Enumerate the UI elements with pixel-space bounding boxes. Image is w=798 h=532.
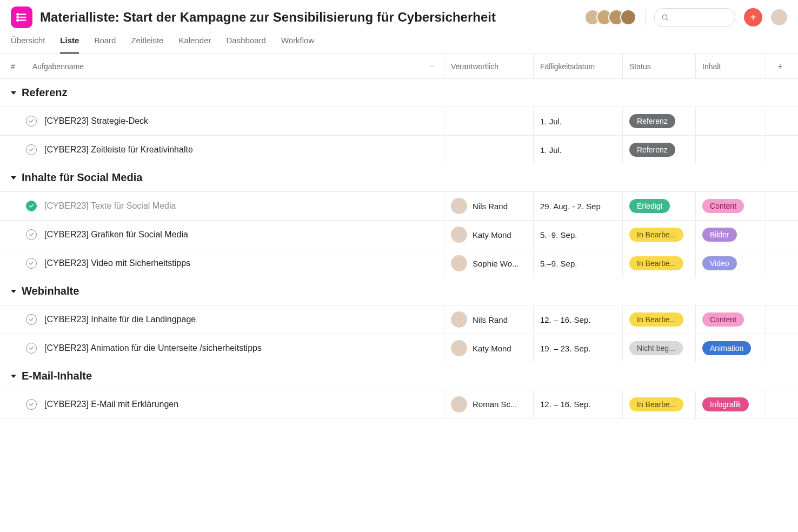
assignee-name: Katy Mond (473, 344, 511, 353)
complete-checkbox[interactable] (26, 144, 37, 155)
cell-assignee[interactable]: Sophie Wo... (444, 249, 533, 277)
cell-empty (766, 136, 787, 164)
cell-status[interactable]: Nicht beg... (622, 334, 695, 362)
cell-status[interactable]: In Bearbe... (622, 249, 695, 277)
cell-status[interactable]: Referenz (622, 107, 695, 135)
member-avatars[interactable] (589, 9, 636, 25)
cell-content-type[interactable]: Infografik (695, 390, 766, 418)
cell-due-date[interactable]: 1. Jul. (533, 136, 622, 164)
cell-content-type[interactable] (695, 107, 766, 135)
task-row[interactable]: [CYBER23] Video mit SicherheitstippsSoph… (0, 249, 798, 277)
cell-assignee[interactable]: Katy Mond (444, 334, 533, 362)
cell-status[interactable]: In Bearbe... (622, 221, 695, 249)
content-badge: Content (702, 312, 744, 327)
complete-checkbox[interactable] (26, 116, 37, 127)
tab-workflow[interactable]: Workflow (281, 36, 314, 54)
cell-assignee[interactable]: Roman Sc... (444, 390, 533, 418)
complete-checkbox[interactable] (26, 343, 37, 354)
cell-due-date[interactable]: 19. – 23. Sep. (533, 334, 622, 362)
cell-status[interactable]: In Bearbe... (622, 305, 695, 334)
task-row[interactable]: [CYBER23] E-Mail mit ErklärungenRoman Sc… (0, 390, 798, 418)
avatar (451, 311, 467, 328)
tab-board[interactable]: Board (94, 36, 116, 54)
task-row[interactable]: [CYBER23] Grafiken für Social MediaKaty … (0, 220, 798, 249)
search-input[interactable] (654, 8, 735, 26)
tab-übersicht[interactable]: Übersicht (11, 36, 45, 54)
cell-assignee[interactable] (444, 107, 533, 135)
task-row[interactable]: [CYBER23] Zeitleiste für Kreativinhalte1… (0, 135, 798, 164)
cell-content-type[interactable]: Content (695, 192, 766, 220)
collapse-icon[interactable] (11, 176, 16, 179)
due-date: 1. Jul. (540, 145, 562, 155)
column-due[interactable]: Fälligkeitsdatum (533, 54, 622, 78)
cell-empty (766, 249, 787, 277)
cell-assignee[interactable] (444, 136, 533, 164)
complete-checkbox[interactable] (26, 258, 37, 269)
cell-empty (766, 192, 787, 220)
collapse-icon[interactable] (11, 375, 16, 378)
complete-checkbox[interactable] (26, 229, 37, 240)
avatar (451, 340, 467, 356)
column-content[interactable]: Inhalt (695, 54, 766, 78)
task-row[interactable]: [CYBER23] Animation für die Unterseite /… (0, 334, 798, 362)
collapse-icon[interactable] (11, 91, 16, 95)
cell-due-date[interactable]: 5.–9. Sep. (533, 221, 622, 249)
task-row[interactable]: [CYBER23] Texte für Social MediaNils Ran… (0, 191, 798, 220)
cell-assignee[interactable]: Katy Mond (444, 221, 533, 249)
cell-due-date[interactable]: 12. – 16. Sep. (533, 390, 622, 418)
column-task-name[interactable]: Aufgabenname (22, 62, 444, 71)
section-header[interactable]: Inhalte für Social Media (0, 164, 798, 191)
column-status[interactable]: Status (622, 54, 695, 78)
task-name[interactable]: [CYBER23] Grafiken für Social Media (37, 230, 444, 240)
task-name[interactable]: [CYBER23] Zeitleiste für Kreativinhalte (37, 145, 444, 155)
task-row[interactable]: [CYBER23] Inhalte für die LandingpageNil… (0, 305, 798, 334)
assignee-name: Nils Rand (473, 315, 508, 324)
task-name[interactable]: [CYBER23] Animation für die Unterseite /… (37, 343, 444, 353)
cell-status[interactable]: In Bearbe... (622, 390, 695, 418)
cell-assignee[interactable]: Nils Rand (444, 192, 533, 220)
cell-due-date[interactable]: 1. Jul. (533, 107, 622, 135)
cell-status[interactable]: Erledigt (622, 192, 695, 220)
section-header[interactable]: Webinhalte (0, 277, 798, 305)
task-name[interactable]: [CYBER23] Inhalte für die Landingpage (37, 315, 444, 324)
avatar (451, 255, 467, 271)
section-title: Webinhalte (22, 285, 79, 297)
cell-content-type[interactable]: Animation (695, 334, 766, 362)
column-assignee[interactable]: Verantwortlich (444, 54, 533, 78)
tab-zeitleiste[interactable]: Zeitleiste (131, 36, 163, 54)
cell-content-type[interactable]: Bilder (695, 221, 766, 249)
cell-content-type[interactable]: Video (695, 249, 766, 277)
task-name[interactable]: [CYBER23] Video mit Sicherheitstipps (37, 258, 444, 268)
section-header[interactable]: E-Mail-Inhalte (0, 362, 798, 390)
header: Materialliste: Start der Kampagne zur Se… (0, 0, 798, 28)
cell-status[interactable]: Referenz (622, 136, 695, 164)
tab-liste[interactable]: Liste (60, 36, 79, 54)
user-avatar[interactable] (771, 9, 787, 25)
add-column-button[interactable] (766, 54, 787, 78)
section-title: E-Mail-Inhalte (22, 370, 92, 382)
collapse-icon[interactable] (11, 290, 16, 293)
cell-content-type[interactable] (695, 136, 766, 164)
task-name[interactable]: [CYBER23] E-Mail mit Erklärungen (37, 400, 444, 409)
section-title: Referenz (22, 87, 67, 99)
tab-kalender[interactable]: Kalender (178, 36, 211, 54)
due-date: 1. Jul. (540, 117, 562, 126)
cell-due-date[interactable]: 12. – 16. Sep. (533, 305, 622, 334)
cell-assignee[interactable]: Nils Rand (444, 305, 533, 334)
complete-checkbox[interactable] (26, 201, 37, 211)
task-row[interactable]: [CYBER23] Strategie-Deck1. Jul.Referenz (0, 107, 798, 135)
add-button[interactable]: + (744, 8, 762, 26)
search-icon (661, 14, 669, 21)
task-name[interactable]: [CYBER23] Texte für Social Media (37, 201, 444, 211)
status-badge: Erledigt (629, 199, 670, 213)
cell-due-date[interactable]: 5.–9. Sep. (533, 249, 622, 277)
due-date: 29. Aug. - 2. Sep (540, 202, 601, 211)
cell-content-type[interactable]: Content (695, 305, 766, 334)
task-name[interactable]: [CYBER23] Strategie-Deck (37, 116, 444, 126)
complete-checkbox[interactable] (26, 399, 37, 410)
complete-checkbox[interactable] (26, 314, 37, 325)
cell-due-date[interactable]: 29. Aug. - 2. Sep (533, 192, 622, 220)
plus-icon (776, 63, 784, 70)
tab-dashboard[interactable]: Dashboard (226, 36, 265, 54)
section-header[interactable]: Referenz (0, 79, 798, 107)
